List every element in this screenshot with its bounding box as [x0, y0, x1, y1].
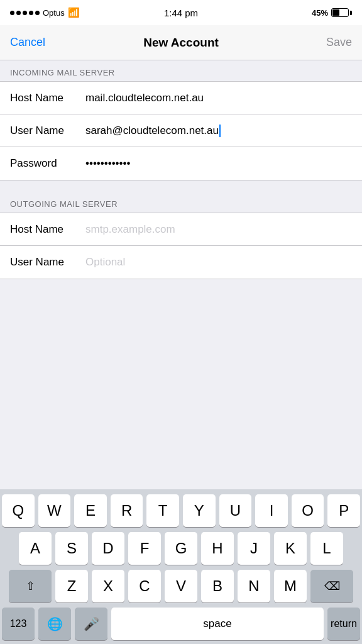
key-l[interactable]: L: [310, 532, 343, 565]
space-key[interactable]: space: [111, 608, 324, 640]
save-button[interactable]: Save: [326, 36, 352, 49]
return-key[interactable]: return: [327, 608, 360, 640]
key-j[interactable]: J: [238, 532, 270, 565]
incoming-password-value: ••••••••••••: [85, 157, 352, 170]
carrier-label: Optus: [43, 8, 65, 18]
microphone-key[interactable]: 🎤: [75, 608, 107, 640]
incoming-hostname-value: mail.cloudtelecom.net.au: [85, 92, 352, 104]
keyboard-bottom-row: 123 🌐 🎤 space return: [2, 608, 360, 640]
status-right: 45%: [312, 8, 352, 18]
keyboard[interactable]: Q W E R T Y U I O P A S D F G H J K L ⇧ …: [0, 489, 362, 644]
key-z[interactable]: Z: [55, 570, 88, 602]
outgoing-section-header: OUTGOING MAIL SERVER: [0, 192, 362, 213]
outgoing-username-row[interactable]: User Name Optional: [0, 246, 362, 279]
key-r[interactable]: R: [111, 494, 143, 527]
page-title: New Account: [143, 36, 219, 50]
outgoing-username-placeholder: Optional: [85, 256, 352, 269]
incoming-username-row[interactable]: User Name sarah@cloudtelecom.net.au: [0, 114, 362, 147]
key-b[interactable]: B: [201, 570, 234, 602]
key-a[interactable]: A: [19, 532, 52, 565]
key-y[interactable]: Y: [183, 494, 216, 527]
key-w[interactable]: W: [38, 494, 71, 527]
section-spacer: [0, 180, 362, 192]
incoming-section-header: INCOMING MAIL SERVER: [0, 60, 362, 81]
outgoing-mail-form: Host Name smtp.example.com User Name Opt…: [0, 213, 362, 279]
key-t[interactable]: T: [146, 494, 179, 527]
battery-percent: 45%: [312, 8, 328, 18]
key-k[interactable]: K: [274, 532, 307, 565]
outgoing-username-label: User Name: [10, 256, 85, 269]
incoming-username-label: User Name: [10, 125, 85, 137]
incoming-mail-form: Host Name mail.cloudtelecom.net.au User …: [0, 81, 362, 180]
outgoing-hostname-row[interactable]: Host Name smtp.example.com: [0, 213, 362, 246]
keyboard-row-3: ⇧ Z X C V B N M ⌫: [2, 570, 360, 602]
key-p[interactable]: P: [327, 494, 360, 527]
incoming-username-value[interactable]: sarah@cloudtelecom.net.au: [85, 125, 352, 137]
key-u[interactable]: U: [219, 494, 252, 527]
key-i[interactable]: I: [255, 494, 288, 527]
key-h[interactable]: H: [201, 532, 234, 565]
signal-dots: [10, 11, 40, 15]
key-s[interactable]: S: [55, 532, 88, 565]
cancel-button[interactable]: Cancel: [10, 36, 45, 49]
key-d[interactable]: D: [92, 532, 124, 565]
battery-icon: [331, 8, 352, 17]
outgoing-hostname-placeholder: smtp.example.com: [85, 223, 352, 236]
key-n[interactable]: N: [238, 570, 270, 602]
outgoing-hostname-label: Host Name: [10, 223, 85, 236]
key-v[interactable]: V: [165, 570, 197, 602]
numbers-key[interactable]: 123: [2, 608, 35, 640]
incoming-hostname-label: Host Name: [10, 92, 85, 104]
nav-bar: Cancel New Account Save: [0, 25, 362, 60]
keyboard-row-1: Q W E R T Y U I O P: [2, 494, 360, 527]
key-g[interactable]: G: [165, 532, 197, 565]
status-left: Optus 📶: [10, 7, 80, 18]
key-f[interactable]: F: [128, 532, 161, 565]
incoming-password-row[interactable]: Password ••••••••••••: [0, 147, 362, 180]
globe-key[interactable]: 🌐: [38, 608, 71, 640]
shift-key[interactable]: ⇧: [9, 570, 52, 602]
text-cursor: [219, 125, 221, 137]
keyboard-row-2: A S D F G H J K L: [2, 532, 360, 565]
key-o[interactable]: O: [292, 494, 324, 527]
key-e[interactable]: E: [74, 494, 107, 527]
status-time: 1:44 pm: [164, 8, 198, 18]
incoming-password-label: Password: [10, 157, 85, 170]
wifi-icon: 📶: [68, 7, 80, 18]
backspace-key[interactable]: ⌫: [310, 570, 353, 602]
key-q[interactable]: Q: [2, 494, 35, 527]
key-c[interactable]: C: [128, 570, 161, 602]
key-x[interactable]: X: [92, 570, 124, 602]
incoming-hostname-row[interactable]: Host Name mail.cloudtelecom.net.au: [0, 82, 362, 114]
key-m[interactable]: M: [274, 570, 307, 602]
status-bar: Optus 📶 1:44 pm 45%: [0, 0, 362, 25]
